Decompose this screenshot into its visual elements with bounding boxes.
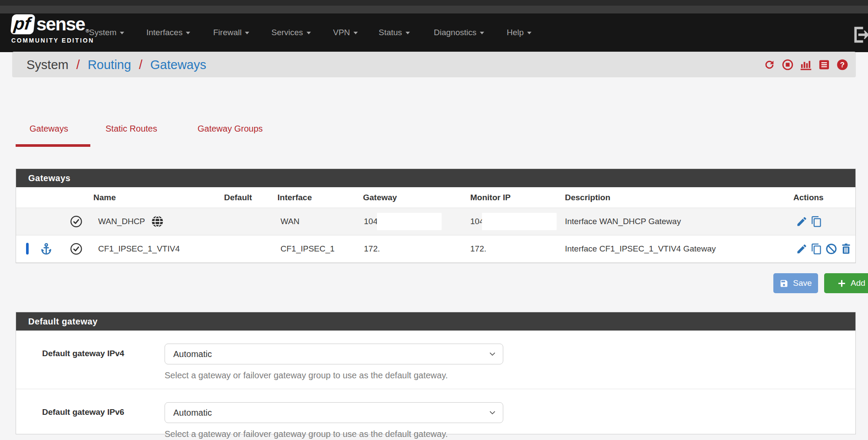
nav-menu-label: Services xyxy=(271,28,303,37)
logo-sense-text: sense xyxy=(36,15,85,33)
gateways-panel-header: Gateways xyxy=(16,169,855,187)
select-value: Automatic xyxy=(173,408,212,418)
column-header-gateway: Gateway xyxy=(363,193,397,202)
default-gateway-ipv4-select[interactable]: Automatic xyxy=(165,344,503,364)
column-header-default: Default xyxy=(224,193,252,202)
pfsense-logo[interactable]: pf sense ® COMMUNITY EDITION xyxy=(11,14,94,44)
page-header-bar: System / Routing / Gateways ? xyxy=(12,52,856,77)
copy-icon[interactable] xyxy=(811,243,822,255)
nav-menu-label: VPN xyxy=(333,28,350,37)
gateway-interface: WAN xyxy=(281,217,300,226)
table-row-cf1-ipsec: CF1_IPSEC_1_VTIV4 CF1_IPSEC_1 172. 172. … xyxy=(16,235,855,263)
nav-menu-status[interactable]: Status xyxy=(379,28,410,37)
field-label: Default gateway IPv6 xyxy=(42,407,124,417)
navbar-top-strip xyxy=(0,0,868,6)
caret-down-icon xyxy=(186,32,190,34)
nav-menu-label: Diagnostics xyxy=(434,28,476,37)
redacted-gateway-value xyxy=(377,213,442,230)
tab-gateways[interactable]: Gateways xyxy=(30,124,68,134)
active-tab-indicator xyxy=(16,144,90,147)
table-row-wan-dhcp: WAN_DHCP WAN 104. 104. Interface WAN_DHC… xyxy=(16,208,855,235)
page-header-actions: ? xyxy=(763,59,848,71)
monitor-ip: 172. xyxy=(470,244,486,254)
tab-static-routes[interactable]: Static Routes xyxy=(106,124,157,134)
column-header-interface: Interface xyxy=(277,193,312,202)
default-gateway-ipv6-select[interactable]: Automatic xyxy=(165,402,503,423)
field-help-text: Select a gateway or failover gateway gro… xyxy=(165,371,448,380)
chevron-down-icon xyxy=(488,409,496,417)
edit-icon[interactable] xyxy=(796,243,808,255)
save-button[interactable]: Save xyxy=(773,273,818,293)
chart-bar-icon[interactable] xyxy=(800,59,812,71)
check-circle-icon xyxy=(70,243,83,255)
navbar-sub-strip xyxy=(0,6,868,13)
nav-menu-vpn[interactable]: VPN xyxy=(333,28,358,37)
gateway-checkbox[interactable] xyxy=(26,244,29,254)
gateways-panel: Gateways Name Default Interface Gateway … xyxy=(16,169,856,263)
refresh-icon[interactable] xyxy=(763,59,776,71)
caret-down-icon xyxy=(527,32,531,34)
log-icon[interactable] xyxy=(818,59,830,71)
save-button-label: Save xyxy=(793,278,812,288)
caret-down-icon xyxy=(120,32,124,34)
copy-icon[interactable] xyxy=(811,216,822,228)
gateways-table-header: Name Default Interface Gateway Monitor I… xyxy=(16,187,855,208)
nav-menu-services[interactable]: Services xyxy=(271,28,311,37)
redacted-monitor-value xyxy=(482,213,557,230)
field-default-gateway-ipv6: Default gateway IPv6 Automatic Select a … xyxy=(16,389,855,440)
caret-down-icon xyxy=(245,32,249,34)
field-default-gateway-ipv4: Default gateway IPv4 Automatic Select a … xyxy=(16,331,855,389)
breadcrumb-link-routing[interactable]: Routing xyxy=(88,57,131,71)
help-icon[interactable]: ? xyxy=(836,59,848,71)
gateway-name: WAN_DHCP xyxy=(98,217,145,226)
breadcrumb-separator: / xyxy=(139,57,142,71)
globe-icon xyxy=(151,215,164,228)
caret-down-icon xyxy=(307,32,311,34)
caret-down-icon xyxy=(406,32,410,34)
nav-menu-label: Interfaces xyxy=(146,28,182,37)
top-navbar: pf sense ® COMMUNITY EDITION System Inte… xyxy=(0,0,868,52)
select-value: Automatic xyxy=(173,349,212,359)
nav-menu-firewall[interactable]: Firewall xyxy=(213,28,249,37)
nav-menu-interfaces[interactable]: Interfaces xyxy=(146,28,190,37)
column-header-description: Description xyxy=(565,193,611,202)
breadcrumb-link-gateways[interactable]: Gateways xyxy=(150,57,206,71)
default-gateway-panel: Default gateway Default gateway IPv4 Aut… xyxy=(16,312,856,434)
pfsense-gateways-page: pf sense ® COMMUNITY EDITION System Inte… xyxy=(0,0,868,440)
anchor-icon xyxy=(40,243,53,255)
row-actions xyxy=(796,243,852,255)
sign-out-icon[interactable] xyxy=(852,25,868,41)
breadcrumb-section: System xyxy=(26,57,69,71)
check-circle-icon xyxy=(70,215,83,228)
panel-title: Default gateway xyxy=(28,317,98,327)
ban-icon[interactable] xyxy=(825,243,837,255)
logo-edition-text: COMMUNITY EDITION xyxy=(11,37,94,44)
gateway-description: Interface CF1_IPSEC_1_VTIV4 Gateway xyxy=(565,244,716,254)
add-button-label: Add xyxy=(851,278,865,288)
stop-icon[interactable] xyxy=(782,59,794,71)
nav-menu-system[interactable]: System xyxy=(89,28,124,37)
chevron-down-icon xyxy=(488,350,496,358)
svg-text:?: ? xyxy=(840,60,845,69)
nav-menu-label: Status xyxy=(379,28,402,37)
field-help-text: Select a gateway or failover gateway gro… xyxy=(165,429,448,439)
logo-pf-mark: pf xyxy=(10,14,36,34)
column-header-monitor-ip: Monitor IP xyxy=(470,193,511,202)
trash-icon[interactable] xyxy=(840,243,852,255)
nav-menu-diagnostics[interactable]: Diagnostics xyxy=(434,28,484,37)
edit-icon[interactable] xyxy=(796,216,808,228)
default-gateway-panel-header: Default gateway xyxy=(16,312,855,331)
caret-down-icon xyxy=(480,32,484,34)
panel-title: Gateways xyxy=(28,173,70,183)
add-button[interactable]: Add xyxy=(824,273,868,293)
breadcrumb-separator: / xyxy=(76,57,80,71)
gateway-description: Interface WAN_DHCP Gateway xyxy=(565,217,681,226)
column-header-actions: Actions xyxy=(793,193,824,202)
row-actions xyxy=(796,216,822,228)
caret-down-icon xyxy=(353,32,358,34)
field-label: Default gateway IPv4 xyxy=(42,349,124,358)
nav-menu-help[interactable]: Help xyxy=(507,28,531,37)
nav-menu-label: System xyxy=(89,28,116,37)
tab-gateway-groups[interactable]: Gateway Groups xyxy=(198,124,263,134)
gateway-interface: CF1_IPSEC_1 xyxy=(281,244,335,254)
